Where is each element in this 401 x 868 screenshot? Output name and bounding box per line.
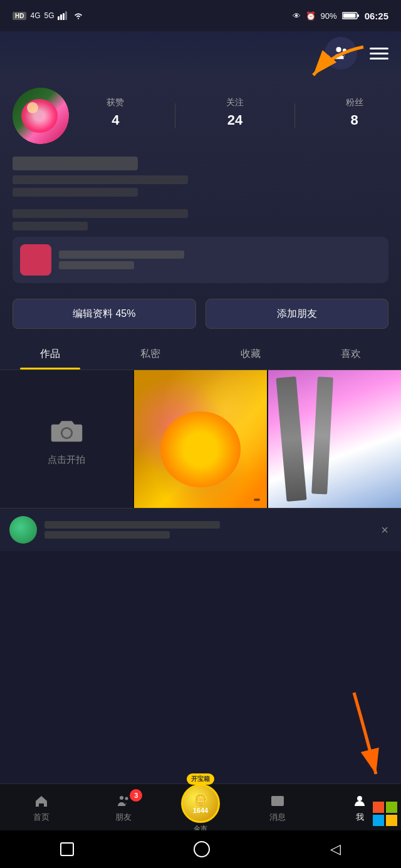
svg-point-11	[62, 428, 71, 437]
grid-cell-1-overlay	[254, 499, 260, 501]
card-thumbnail	[20, 244, 51, 276]
svg-rect-3	[65, 11, 67, 20]
tab-private-label: 私密	[140, 348, 160, 361]
card-text-area	[59, 248, 381, 272]
grid-cell-1[interactable]	[134, 370, 267, 508]
status-bar: HD 4G 5G 👁 ⏰ 90% 06:25	[0, 0, 401, 31]
card-text-line-1	[59, 251, 184, 259]
tab-likes[interactable]: 喜欢	[301, 338, 401, 369]
stat-following-value: 24	[227, 112, 242, 128]
svg-point-14	[125, 797, 128, 800]
tab-works-label: 作品	[40, 348, 60, 361]
profile-section: 获赞 4 关注 24 粉丝 8	[0, 75, 401, 338]
notif-line-2	[44, 531, 170, 539]
friends-button[interactable]	[325, 37, 357, 70]
notification-close-button[interactable]: ×	[378, 520, 392, 540]
menu-button[interactable]	[370, 48, 388, 59]
card-item[interactable]	[13, 237, 388, 283]
tab-collections[interactable]: 收藏	[200, 338, 301, 369]
nav-friends[interactable]: 3 朋友	[98, 792, 148, 823]
signal-bars-icon	[58, 11, 69, 20]
bio-line-2	[13, 188, 138, 197]
svg-rect-1	[60, 14, 62, 20]
coin-icon: 🪙	[194, 793, 207, 807]
stat-likes-label: 获赞	[107, 97, 124, 108]
nav-me-label: 我	[356, 812, 364, 823]
gold-coin-circle: 🪙 1644	[181, 784, 220, 823]
avatar-image	[13, 88, 69, 144]
grid-cell-2[interactable]	[268, 370, 401, 508]
battery-icon	[342, 11, 360, 20]
stat-following-label: 关注	[226, 97, 244, 108]
nav-me[interactable]: 我	[335, 792, 385, 823]
header	[0, 31, 401, 75]
open-box-badge: 开宝箱	[187, 773, 214, 785]
nav-home[interactable]: 首页	[16, 792, 66, 823]
home-icon	[33, 792, 50, 810]
nav-messages[interactable]: 消息	[253, 792, 303, 823]
nav-home-label: 首页	[33, 812, 49, 823]
friends-badge: 3	[130, 789, 142, 802]
sys-back-button[interactable]: ◁	[330, 841, 341, 857]
stat-following[interactable]: 关注 24	[226, 97, 244, 128]
notif-line-1	[44, 521, 220, 529]
stat-likes-value: 4	[112, 112, 119, 128]
edit-profile-button[interactable]: 编辑资料 45%	[13, 299, 196, 329]
svg-rect-5	[357, 14, 359, 17]
sys-home-button[interactable]	[194, 841, 210, 857]
notification-text	[44, 519, 370, 541]
signal-4g: 4G	[30, 11, 40, 20]
status-right: 👁 ⏰ 90% 06:25	[293, 11, 388, 21]
stat-followers[interactable]: 粉丝 8	[346, 97, 363, 128]
card-text-line-2	[59, 261, 134, 269]
tab-works[interactable]: 作品	[0, 338, 100, 369]
back-icon: ◁	[330, 841, 341, 857]
tab-collections-label: 收藏	[241, 348, 261, 361]
time-display: 06:25	[365, 11, 388, 21]
home-button-icon	[194, 841, 210, 857]
content-grid: 点击开拍	[0, 370, 401, 508]
svg-rect-6	[343, 14, 355, 18]
stat-divider-2	[294, 103, 295, 128]
nav-gold-coin[interactable]: 开宝箱 🪙 1644 金市	[181, 781, 220, 834]
menu-line-1	[370, 48, 388, 49]
svg-point-8	[343, 48, 346, 52]
profile-top: 获赞 4 关注 24 粉丝 8	[13, 88, 388, 144]
system-nav-bar: ◁	[0, 830, 401, 868]
bio-line-1	[13, 175, 188, 184]
hd-badge: HD	[13, 12, 26, 20]
svg-point-13	[120, 796, 123, 800]
eye-icon: 👁	[293, 11, 301, 21]
signal-5g: 5G	[44, 11, 54, 20]
nav-messages-label: 消息	[269, 812, 286, 823]
bottom-nav: 首页 3 朋友 开宝箱 🪙 1644 金市 消息	[0, 783, 401, 830]
svg-rect-2	[63, 13, 65, 20]
username-area	[13, 157, 388, 170]
stat-likes[interactable]: 获赞 4	[107, 97, 124, 128]
nav-friends-label: 朋友	[115, 812, 132, 823]
bio-area	[13, 175, 388, 230]
avatar[interactable]	[13, 88, 69, 144]
notification-banner: ×	[0, 508, 401, 551]
recent-apps-icon	[60, 842, 74, 856]
message-icon	[269, 792, 286, 810]
menu-line-2	[370, 53, 388, 54]
status-left: HD 4G 5G	[13, 11, 84, 20]
sys-recent-button[interactable]	[60, 842, 74, 856]
tab-private[interactable]: 私密	[100, 338, 200, 369]
battery-text: 90%	[321, 11, 337, 21]
camera-label: 点击开拍	[48, 454, 85, 466]
arrow-annotation-2	[316, 686, 392, 787]
wifi-icon	[73, 11, 84, 20]
add-friend-button[interactable]: 添加朋友	[206, 299, 389, 329]
stat-followers-label: 粉丝	[346, 97, 363, 108]
notification-avatar	[9, 516, 37, 544]
flower-center	[160, 411, 240, 487]
coin-value: 1644	[193, 807, 208, 814]
tab-likes-label: 喜欢	[341, 348, 361, 361]
friends-icon	[332, 44, 350, 62]
me-icon	[351, 792, 368, 810]
camera-cell[interactable]: 点击开拍	[0, 370, 133, 508]
action-buttons: 编辑资料 45% 添加朋友	[13, 289, 388, 338]
menu-line-3	[370, 58, 388, 59]
